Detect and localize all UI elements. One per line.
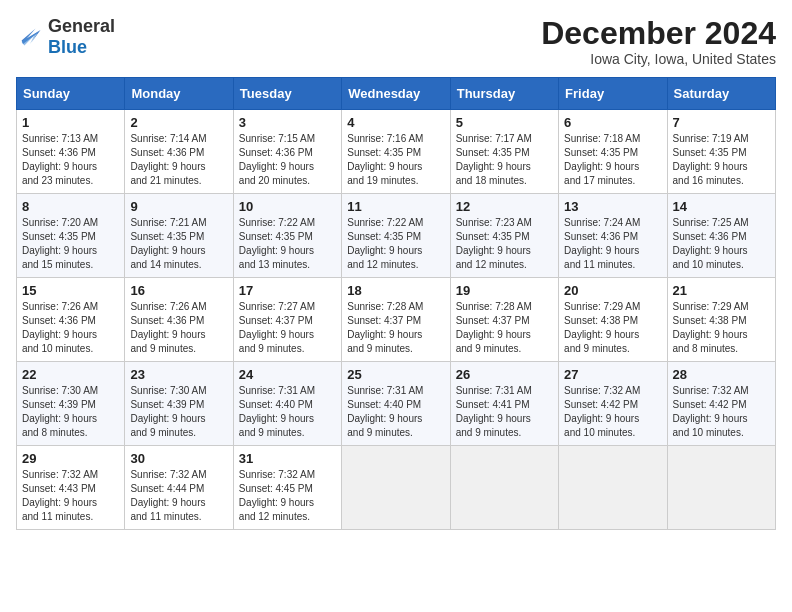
- day-number: 24: [239, 367, 336, 382]
- calendar-cell: 17Sunrise: 7:27 AM Sunset: 4:37 PM Dayli…: [233, 278, 341, 362]
- logo-icon: [16, 23, 44, 51]
- calendar-cell: [450, 446, 558, 530]
- column-header-sunday: Sunday: [17, 78, 125, 110]
- calendar-cell: 11Sunrise: 7:22 AM Sunset: 4:35 PM Dayli…: [342, 194, 450, 278]
- day-number: 7: [673, 115, 770, 130]
- day-number: 19: [456, 283, 553, 298]
- day-number: 1: [22, 115, 119, 130]
- day-number: 30: [130, 451, 227, 466]
- column-header-friday: Friday: [559, 78, 667, 110]
- day-info: Sunrise: 7:15 AM Sunset: 4:36 PM Dayligh…: [239, 132, 336, 188]
- calendar-cell: 3Sunrise: 7:15 AM Sunset: 4:36 PM Daylig…: [233, 110, 341, 194]
- day-number: 4: [347, 115, 444, 130]
- day-number: 10: [239, 199, 336, 214]
- day-number: 18: [347, 283, 444, 298]
- day-number: 15: [22, 283, 119, 298]
- day-number: 9: [130, 199, 227, 214]
- day-number: 27: [564, 367, 661, 382]
- day-info: Sunrise: 7:29 AM Sunset: 4:38 PM Dayligh…: [673, 300, 770, 356]
- day-number: 17: [239, 283, 336, 298]
- calendar-cell: 26Sunrise: 7:31 AM Sunset: 4:41 PM Dayli…: [450, 362, 558, 446]
- day-info: Sunrise: 7:22 AM Sunset: 4:35 PM Dayligh…: [239, 216, 336, 272]
- day-info: Sunrise: 7:25 AM Sunset: 4:36 PM Dayligh…: [673, 216, 770, 272]
- column-header-tuesday: Tuesday: [233, 78, 341, 110]
- header: General Blue December 2024 Iowa City, Io…: [16, 16, 776, 67]
- day-info: Sunrise: 7:23 AM Sunset: 4:35 PM Dayligh…: [456, 216, 553, 272]
- calendar-cell: 27Sunrise: 7:32 AM Sunset: 4:42 PM Dayli…: [559, 362, 667, 446]
- day-info: Sunrise: 7:31 AM Sunset: 4:40 PM Dayligh…: [347, 384, 444, 440]
- day-info: Sunrise: 7:32 AM Sunset: 4:44 PM Dayligh…: [130, 468, 227, 524]
- day-number: 5: [456, 115, 553, 130]
- logo: General Blue: [16, 16, 115, 58]
- day-info: Sunrise: 7:26 AM Sunset: 4:36 PM Dayligh…: [22, 300, 119, 356]
- day-info: Sunrise: 7:30 AM Sunset: 4:39 PM Dayligh…: [22, 384, 119, 440]
- column-header-saturday: Saturday: [667, 78, 775, 110]
- calendar-cell: [559, 446, 667, 530]
- calendar-cell: 9Sunrise: 7:21 AM Sunset: 4:35 PM Daylig…: [125, 194, 233, 278]
- calendar-cell: 15Sunrise: 7:26 AM Sunset: 4:36 PM Dayli…: [17, 278, 125, 362]
- day-number: 22: [22, 367, 119, 382]
- calendar-cell: 28Sunrise: 7:32 AM Sunset: 4:42 PM Dayli…: [667, 362, 775, 446]
- column-header-monday: Monday: [125, 78, 233, 110]
- day-number: 20: [564, 283, 661, 298]
- day-info: Sunrise: 7:31 AM Sunset: 4:41 PM Dayligh…: [456, 384, 553, 440]
- calendar-cell: 23Sunrise: 7:30 AM Sunset: 4:39 PM Dayli…: [125, 362, 233, 446]
- day-info: Sunrise: 7:30 AM Sunset: 4:39 PM Dayligh…: [130, 384, 227, 440]
- calendar-cell: 25Sunrise: 7:31 AM Sunset: 4:40 PM Dayli…: [342, 362, 450, 446]
- calendar-cell: 18Sunrise: 7:28 AM Sunset: 4:37 PM Dayli…: [342, 278, 450, 362]
- day-info: Sunrise: 7:20 AM Sunset: 4:35 PM Dayligh…: [22, 216, 119, 272]
- day-info: Sunrise: 7:27 AM Sunset: 4:37 PM Dayligh…: [239, 300, 336, 356]
- day-info: Sunrise: 7:32 AM Sunset: 4:42 PM Dayligh…: [564, 384, 661, 440]
- day-info: Sunrise: 7:29 AM Sunset: 4:38 PM Dayligh…: [564, 300, 661, 356]
- calendar-week-row: 8Sunrise: 7:20 AM Sunset: 4:35 PM Daylig…: [17, 194, 776, 278]
- day-info: Sunrise: 7:28 AM Sunset: 4:37 PM Dayligh…: [456, 300, 553, 356]
- day-info: Sunrise: 7:19 AM Sunset: 4:35 PM Dayligh…: [673, 132, 770, 188]
- day-number: 6: [564, 115, 661, 130]
- svg-marker-1: [22, 30, 39, 45]
- calendar-cell: 24Sunrise: 7:31 AM Sunset: 4:40 PM Dayli…: [233, 362, 341, 446]
- day-info: Sunrise: 7:32 AM Sunset: 4:42 PM Dayligh…: [673, 384, 770, 440]
- calendar-cell: 31Sunrise: 7:32 AM Sunset: 4:45 PM Dayli…: [233, 446, 341, 530]
- day-number: 11: [347, 199, 444, 214]
- column-header-wednesday: Wednesday: [342, 78, 450, 110]
- day-number: 25: [347, 367, 444, 382]
- logo-general: General: [48, 16, 115, 36]
- day-number: 2: [130, 115, 227, 130]
- day-number: 29: [22, 451, 119, 466]
- day-number: 28: [673, 367, 770, 382]
- page-subtitle: Iowa City, Iowa, United States: [541, 51, 776, 67]
- calendar-cell: 29Sunrise: 7:32 AM Sunset: 4:43 PM Dayli…: [17, 446, 125, 530]
- calendar-cell: 22Sunrise: 7:30 AM Sunset: 4:39 PM Dayli…: [17, 362, 125, 446]
- calendar-cell: 7Sunrise: 7:19 AM Sunset: 4:35 PM Daylig…: [667, 110, 775, 194]
- day-info: Sunrise: 7:16 AM Sunset: 4:35 PM Dayligh…: [347, 132, 444, 188]
- calendar-cell: 1Sunrise: 7:13 AM Sunset: 4:36 PM Daylig…: [17, 110, 125, 194]
- day-info: Sunrise: 7:14 AM Sunset: 4:36 PM Dayligh…: [130, 132, 227, 188]
- column-header-thursday: Thursday: [450, 78, 558, 110]
- calendar-cell: 20Sunrise: 7:29 AM Sunset: 4:38 PM Dayli…: [559, 278, 667, 362]
- calendar-cell: 16Sunrise: 7:26 AM Sunset: 4:36 PM Dayli…: [125, 278, 233, 362]
- logo-blue: Blue: [48, 37, 87, 57]
- day-number: 21: [673, 283, 770, 298]
- calendar-week-row: 15Sunrise: 7:26 AM Sunset: 4:36 PM Dayli…: [17, 278, 776, 362]
- day-info: Sunrise: 7:22 AM Sunset: 4:35 PM Dayligh…: [347, 216, 444, 272]
- day-info: Sunrise: 7:17 AM Sunset: 4:35 PM Dayligh…: [456, 132, 553, 188]
- day-number: 26: [456, 367, 553, 382]
- day-number: 8: [22, 199, 119, 214]
- day-info: Sunrise: 7:24 AM Sunset: 4:36 PM Dayligh…: [564, 216, 661, 272]
- day-info: Sunrise: 7:28 AM Sunset: 4:37 PM Dayligh…: [347, 300, 444, 356]
- calendar-cell: 6Sunrise: 7:18 AM Sunset: 4:35 PM Daylig…: [559, 110, 667, 194]
- day-number: 14: [673, 199, 770, 214]
- calendar-cell: 8Sunrise: 7:20 AM Sunset: 4:35 PM Daylig…: [17, 194, 125, 278]
- calendar-cell: 13Sunrise: 7:24 AM Sunset: 4:36 PM Dayli…: [559, 194, 667, 278]
- calendar-cell: 2Sunrise: 7:14 AM Sunset: 4:36 PM Daylig…: [125, 110, 233, 194]
- day-info: Sunrise: 7:32 AM Sunset: 4:45 PM Dayligh…: [239, 468, 336, 524]
- day-info: Sunrise: 7:13 AM Sunset: 4:36 PM Dayligh…: [22, 132, 119, 188]
- calendar-cell: 21Sunrise: 7:29 AM Sunset: 4:38 PM Dayli…: [667, 278, 775, 362]
- calendar-week-row: 1Sunrise: 7:13 AM Sunset: 4:36 PM Daylig…: [17, 110, 776, 194]
- day-number: 16: [130, 283, 227, 298]
- calendar-cell: [667, 446, 775, 530]
- title-block: December 2024 Iowa City, Iowa, United St…: [541, 16, 776, 67]
- calendar-cell: [342, 446, 450, 530]
- day-number: 31: [239, 451, 336, 466]
- calendar-week-row: 22Sunrise: 7:30 AM Sunset: 4:39 PM Dayli…: [17, 362, 776, 446]
